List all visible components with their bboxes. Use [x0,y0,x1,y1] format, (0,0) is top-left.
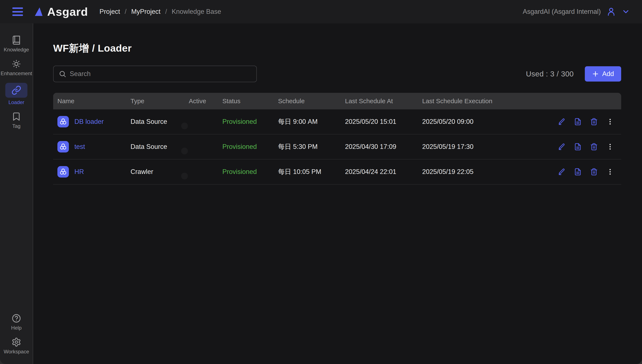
sidebar-item-loader[interactable]: Loader [5,83,28,105]
row-last-schedule-at: 2025/04/24 22:01 [345,168,422,176]
sidebar-item-label: Help [11,325,22,331]
app-window: Asgard Project / MyProject / Knowledge B… [0,0,642,364]
trash-icon[interactable] [590,143,598,150]
breadcrumb-myproject[interactable]: MyProject [131,8,161,16]
account-area: AsgardAI (Asgard Internal) [523,7,630,16]
row-name-link[interactable]: DB loader [74,118,104,126]
trash-icon[interactable] [590,118,598,126]
col-type: Type [131,98,189,105]
edit-icon[interactable] [558,168,565,176]
row-schedule: 每日 9:00 AM [278,117,345,126]
sidebar-item-tag[interactable]: Tag [12,112,21,129]
user-icon[interactable] [606,7,616,16]
trash-icon[interactable] [590,168,598,176]
bookmark-icon [12,112,21,122]
status-badge: Provisioned [222,118,278,126]
row-schedule: 每日 5:30 PM [278,142,345,151]
sidebar-item-knowledge[interactable]: Knowledge [4,35,29,53]
breadcrumb-knowledge-base: Knowledge Base [172,8,221,16]
sun-icon [12,59,21,69]
edit-icon[interactable] [558,118,565,126]
row-last-execution: 2025/05/19 17:30 [422,143,514,150]
file-icon[interactable] [574,143,582,150]
add-button-label: Add [602,70,614,78]
col-name: Name [57,98,131,105]
help-circle-icon [12,314,21,323]
sidebar-item-label: Knowledge [4,47,29,53]
gear-icon [12,337,21,347]
asgard-triangle-icon [35,8,43,16]
sidebar-active-pill [5,83,28,98]
chevron-down-icon[interactable] [621,8,630,16]
search-input[interactable] [70,70,251,78]
row-schedule: 每日 10:05 PM [278,167,345,176]
hamburger-menu-icon[interactable] [12,8,23,16]
row-name-link[interactable]: HR [74,168,84,176]
link-icon [12,85,21,95]
row-type: Data Source [131,143,189,150]
sidebar-item-label: Tag [12,123,21,129]
col-schedule: Schedule [278,98,345,105]
breadcrumb: Project / MyProject / Knowledge Base [100,8,221,16]
col-last-schedule-at: Last Schedule At [345,98,422,105]
row-last-execution: 2025/05/19 22:05 [422,168,514,176]
col-last-schedule-execution: Last Schedule Execution [422,98,514,105]
row-last-schedule-at: 2025/05/20 15:01 [345,118,422,126]
file-icon[interactable] [574,168,582,176]
table-row: DB loader Data Source Provisioned 每日 9:0… [53,109,621,134]
col-active: Active [189,98,222,105]
sidebar-item-label: Loader [9,100,25,105]
sidebar-item-enhancement[interactable]: Enhancement [1,59,32,76]
top-bar: Asgard Project / MyProject / Knowledge B… [0,0,642,23]
breadcrumb-separator: / [165,8,167,16]
main-content: WF新增 / Loader Used : 3 / 300 Add [33,23,642,364]
status-badge: Provisioned [222,143,278,150]
loader-table: Name Type Active Status Schedule Last Sc… [53,93,621,184]
col-status: Status [222,98,278,105]
file-icon[interactable] [574,118,582,126]
sidebar-item-workspace[interactable]: Workspace [4,337,29,355]
sidebar-item-label: Workspace [4,349,29,355]
toolbar: Used : 3 / 300 Add [53,66,621,82]
more-options-icon[interactable] [606,143,614,150]
table-row: test Data Source Provisioned 每日 5:30 PM … [53,134,621,160]
usage-counter: Used : 3 / 300 [526,70,574,78]
status-badge: Provisioned [222,168,278,176]
more-options-icon[interactable] [606,118,614,126]
breadcrumb-separator: / [125,8,127,16]
loader-type-icon [57,141,69,152]
row-type: Crawler [131,168,189,176]
account-name: AsgardAI (Asgard Internal) [523,8,601,16]
page-title: WF新增 / Loader [53,42,621,55]
book-icon [12,35,21,45]
table-row: HR Crawler Provisioned 每日 10:05 PM 2025/… [53,160,621,184]
add-button[interactable]: Add [585,66,621,82]
plus-icon [592,70,599,77]
row-last-execution: 2025/05/20 09:00 [422,118,514,126]
sidebar: Knowledge Enhancement Loader [0,23,33,364]
row-last-schedule-at: 2025/04/30 17:09 [345,143,422,150]
search-icon [59,70,66,78]
row-type: Data Source [131,118,189,126]
row-name-link[interactable]: test [74,143,85,150]
sidebar-item-help[interactable]: Help [11,314,22,331]
table-header-row: Name Type Active Status Schedule Last Sc… [53,93,621,109]
search-box[interactable] [53,66,257,82]
loader-type-icon [57,166,69,178]
sidebar-item-label: Enhancement [1,70,32,76]
edit-icon[interactable] [558,143,565,150]
brand-name: Asgard [47,5,88,18]
breadcrumb-project[interactable]: Project [100,8,120,16]
loader-type-icon [57,116,69,128]
brand-logo[interactable]: Asgard [35,5,88,18]
more-options-icon[interactable] [606,168,614,176]
